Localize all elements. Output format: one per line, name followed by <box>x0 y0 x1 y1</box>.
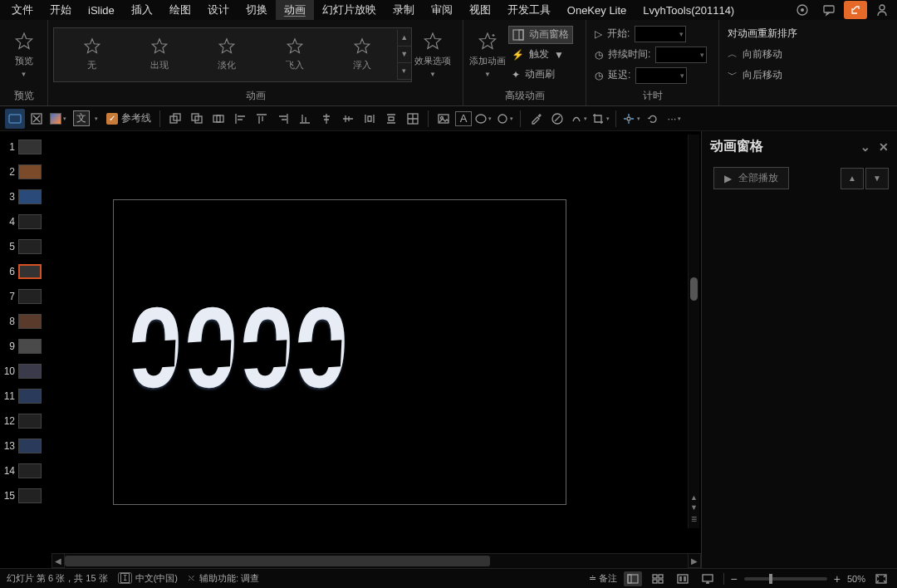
align-center-v-icon[interactable] <box>338 109 358 129</box>
preview-button[interactable]: 预览 ▼ <box>5 27 42 83</box>
lang-indicator[interactable]: 🄸中文(中国) <box>118 572 178 585</box>
more-icon[interactable]: ···▾ <box>664 109 684 129</box>
duration-row[interactable]: ◷持续时间: <box>591 46 710 64</box>
thumbnail-1[interactable]: 1 <box>0 135 51 159</box>
align-to-slide-icon[interactable] <box>403 109 423 129</box>
menu-OneKey Lite[interactable]: OneKey Lite <box>559 2 635 19</box>
slide-canvas[interactable]: 0000 <box>113 199 566 505</box>
slideshow-view-icon[interactable] <box>698 571 717 586</box>
gallery-item-1[interactable]: 出现 <box>126 30 192 80</box>
thumbnail-7[interactable]: 7 <box>0 284 51 309</box>
close-icon[interactable]: ✕ <box>879 140 889 154</box>
display-settings-icon[interactable] <box>5 109 25 129</box>
zoom-in-button[interactable]: + <box>834 572 841 586</box>
menu-插入[interactable]: 插入 <box>123 0 161 20</box>
shape-outline-icon[interactable]: ▾ <box>495 109 515 129</box>
normal-view-icon[interactable] <box>624 571 642 586</box>
animation-painter-button[interactable]: ✦ 动画刷 <box>508 66 573 84</box>
text-style-button[interactable]: 文▾ <box>70 109 101 129</box>
horizontal-scrollbar[interactable]: ◀▶ <box>51 553 701 568</box>
crop-icon[interactable]: ▾ <box>591 109 610 129</box>
menu-切换[interactable]: 切换 <box>238 0 276 20</box>
move-up-button[interactable]: ▲ <box>841 168 864 189</box>
menu-iSlide[interactable]: iSlide <box>80 2 123 19</box>
eyedropper-icon[interactable] <box>526 109 546 129</box>
thumbnail-13[interactable]: 13 <box>0 434 51 458</box>
slide-thumbnail-list[interactable]: 123456789101112131415 <box>0 131 51 568</box>
thumbnail-8[interactable]: 8 <box>0 309 51 334</box>
merge-icon[interactable] <box>208 109 228 129</box>
shape-effects-icon[interactable]: ▾ <box>569 109 589 129</box>
thumbnail-6[interactable]: 6 <box>0 259 51 284</box>
fit-window-icon[interactable] <box>872 571 890 586</box>
move-later-button[interactable]: ﹀向后移动 <box>724 66 801 85</box>
thumbnail-2[interactable]: 2 <box>0 159 51 184</box>
size-pos-icon[interactable]: ▾ <box>621 109 641 129</box>
align-left-icon[interactable] <box>230 109 250 129</box>
move-earlier-button[interactable]: ︿向前移动 <box>724 46 801 64</box>
add-animation-button[interactable]: 添加动画 ▼ <box>468 27 507 83</box>
animation-gallery[interactable]: 无出现淡化飞入浮入▲▼▾ <box>53 27 412 82</box>
play-all-button[interactable]: ▶ 全部播放 <box>713 167 789 189</box>
thumbnail-4[interactable]: 4 <box>0 209 51 234</box>
menu-开发工具[interactable]: 开发工具 <box>499 0 559 20</box>
bring-forward-icon[interactable] <box>165 109 185 129</box>
sorter-view-icon[interactable] <box>649 571 667 586</box>
textbox-icon[interactable]: A <box>455 111 472 126</box>
format-painter-icon[interactable] <box>547 109 567 129</box>
effect-options-button[interactable]: 效果选项 ▼ <box>414 27 452 83</box>
gallery-item-4[interactable]: 浮入 <box>329 30 395 80</box>
move-down-button[interactable]: ▼ <box>865 168 889 189</box>
menu-绘图[interactable]: 绘图 <box>161 0 199 20</box>
gallery-item-0[interactable]: 无 <box>59 30 125 80</box>
thumbnail-3[interactable]: 3 <box>0 184 51 209</box>
notes-button[interactable]: ≐ 备注 <box>589 572 617 585</box>
menu-审阅[interactable]: 审阅 <box>423 0 461 20</box>
color-swatch[interactable]: ▾ <box>48 109 68 129</box>
start-timing-row[interactable]: ▷开始: <box>591 25 710 43</box>
trigger-button[interactable]: ⚡ 触发 ▼ <box>508 46 573 64</box>
chevron-down-icon[interactable]: ⌄ <box>860 140 870 154</box>
menu-开始[interactable]: 开始 <box>42 0 80 20</box>
animation-pane-button[interactable]: 动画窗格 <box>508 26 573 44</box>
delay-row[interactable]: ◷延迟: <box>591 66 710 85</box>
thumbnail-12[interactable]: 12 <box>0 409 51 434</box>
share-button[interactable] <box>844 1 867 19</box>
comment-icon[interactable] <box>817 1 841 19</box>
menu-动画[interactable]: 动画 <box>276 0 314 20</box>
delay-input[interactable] <box>635 67 687 84</box>
thumbnail-14[interactable]: 14 <box>0 458 51 483</box>
start-input[interactable] <box>635 26 686 42</box>
zoom-slider[interactable] <box>744 577 827 581</box>
guides-toggle[interactable]: ✓参考线 <box>103 109 154 129</box>
menu-设计[interactable]: 设计 <box>199 0 238 20</box>
menu-视图[interactable]: 视图 <box>461 0 499 20</box>
account-icon[interactable] <box>870 1 894 19</box>
record-icon[interactable] <box>791 1 814 19</box>
gallery-scroll[interactable]: ▲▼▾ <box>397 30 411 80</box>
vertical-scrollbar[interactable]: ▲▼≡ <box>688 135 699 528</box>
align-top-icon[interactable] <box>252 109 272 129</box>
zoom-out-button[interactable]: − <box>731 572 738 586</box>
menu-录制[interactable]: 录制 <box>385 0 423 20</box>
gallery-item-2[interactable]: 淡化 <box>194 30 260 80</box>
thumbnail-15[interactable]: 15 <box>0 483 51 508</box>
distribute-v-icon[interactable] <box>381 109 401 129</box>
menu-幻灯片放映[interactable]: 幻灯片放映 <box>314 0 385 20</box>
accessibility-status[interactable]: ⛌ 辅助功能: 调查 <box>188 572 259 585</box>
placeholder-icon[interactable] <box>27 109 47 129</box>
menu-lvyh[interactable]: LvyhTools(201114) <box>635 2 743 19</box>
thumbnail-10[interactable]: 10 <box>0 359 51 384</box>
reading-view-icon[interactable] <box>674 571 692 586</box>
duration-input[interactable] <box>655 47 707 63</box>
thumbnail-5[interactable]: 5 <box>0 234 51 259</box>
picture-icon[interactable] <box>434 109 453 129</box>
shape-fill-icon[interactable]: ▾ <box>473 109 493 129</box>
gallery-item-3[interactable]: 飞入 <box>262 30 327 80</box>
thumbnail-11[interactable]: 11 <box>0 384 51 409</box>
align-center-h-icon[interactable] <box>316 109 336 129</box>
align-right-icon[interactable] <box>273 109 293 129</box>
rotate-icon[interactable] <box>643 109 663 129</box>
menu-文件[interactable]: 文件 <box>3 0 42 20</box>
zoom-percent[interactable]: 50% <box>847 574 865 584</box>
